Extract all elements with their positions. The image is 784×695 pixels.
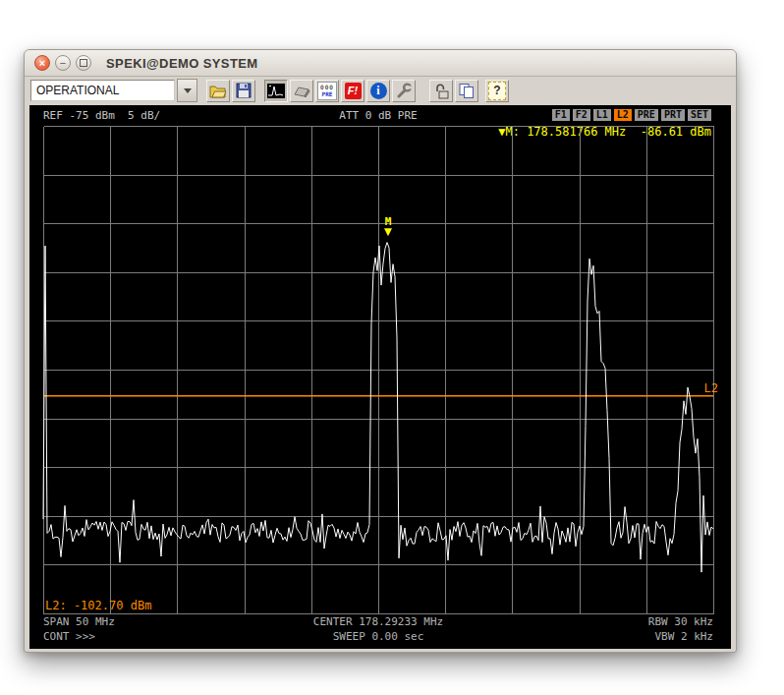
maximize-button[interactable] — [76, 55, 91, 71]
preset-icon: 000 PRE — [317, 82, 337, 100]
open-button[interactable] — [206, 80, 230, 102]
info-button[interactable]: i — [366, 80, 390, 102]
help-icon: ? — [488, 82, 506, 100]
mode-select-dropdown-button[interactable] — [177, 79, 197, 102]
tools-button[interactable] — [392, 80, 416, 102]
spectrum-plot: L2M — [43, 126, 731, 617]
ref-level-readout: REF -75 dBm 5 dB/ — [43, 109, 160, 122]
preset-button[interactable]: 000 PRE — [315, 80, 339, 102]
copy-icon — [458, 83, 476, 99]
softkey-f1[interactable]: F1 — [552, 109, 570, 121]
help-button[interactable]: ? — [485, 80, 509, 102]
vbw-readout: VBW 2 kHz — [654, 630, 713, 643]
minimize-button[interactable]: − — [55, 55, 71, 71]
softkey-prt[interactable]: PRT — [661, 109, 685, 121]
rbw-readout: RBW 30 kHz — [648, 615, 713, 628]
save-button[interactable] — [232, 80, 255, 102]
softkey-pre[interactable]: PRE — [635, 109, 658, 121]
spectrum-icon — [267, 84, 285, 98]
softkey-l2[interactable]: L2 — [614, 109, 632, 121]
function-keys-icon: F! — [345, 83, 362, 99]
softkey-f2[interactable]: F2 — [573, 109, 590, 121]
maximize-icon — [80, 59, 87, 67]
open-folder-icon — [209, 84, 227, 98]
info-icon: i — [370, 83, 387, 99]
toolbar: OPERATIONAL — [25, 77, 736, 104]
unlock-button[interactable] — [429, 80, 453, 102]
close-button[interactable]: × — [34, 55, 50, 71]
softkey-set[interactable]: SET — [688, 109, 711, 121]
sweep-mode-readout: CONT >>> — [43, 630, 95, 643]
hardware-button[interactable] — [290, 80, 313, 102]
hardware-icon — [293, 84, 310, 98]
save-floppy-icon — [236, 83, 252, 98]
span-readout: SPAN 50 MHz — [43, 615, 115, 628]
limit-line-readout: L2: -102.70 dBm — [45, 599, 151, 612]
svg-text:L2: L2 — [704, 381, 718, 395]
center-frequency-readout: CENTER 178.29233 MHz — [313, 615, 443, 628]
spectrum-display: REF -75 dBm 5 dB/ ATT 0 dB PRE F1F2L1L2P… — [29, 105, 731, 649]
wrench-icon — [396, 83, 413, 98]
unlock-icon — [433, 83, 450, 99]
sweep-time-readout: SWEEP 0.00 sec — [333, 630, 424, 643]
function-keys-button[interactable]: F! — [341, 80, 364, 102]
chevron-down-icon — [184, 88, 192, 93]
window-title: SPEKI@DEMO SYSTEM — [106, 56, 258, 71]
attenuation-readout: ATT 0 dB PRE — [339, 109, 417, 122]
copy-button[interactable] — [455, 80, 478, 102]
mode-select[interactable]: OPERATIONAL — [30, 80, 175, 101]
title-bar[interactable]: × − SPEKI@DEMO SYSTEM — [25, 50, 736, 77]
spectrum-view-button[interactable] — [264, 80, 288, 102]
svg-text:M: M — [385, 215, 392, 228]
softkey-row: F1F2L1L2PREPRTSET — [552, 109, 711, 121]
app-window: × − SPEKI@DEMO SYSTEM OPERATIONAL — [24, 49, 737, 653]
softkey-l1[interactable]: L1 — [593, 109, 611, 121]
